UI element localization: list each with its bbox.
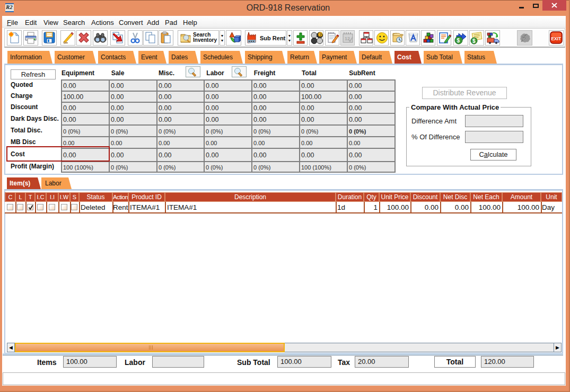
svg-text:$: $ [472,38,476,44]
svg-text:?: ? [319,32,322,37]
svg-text:EXIT: EXIT [551,36,562,41]
svg-text:$: $ [457,38,460,43]
